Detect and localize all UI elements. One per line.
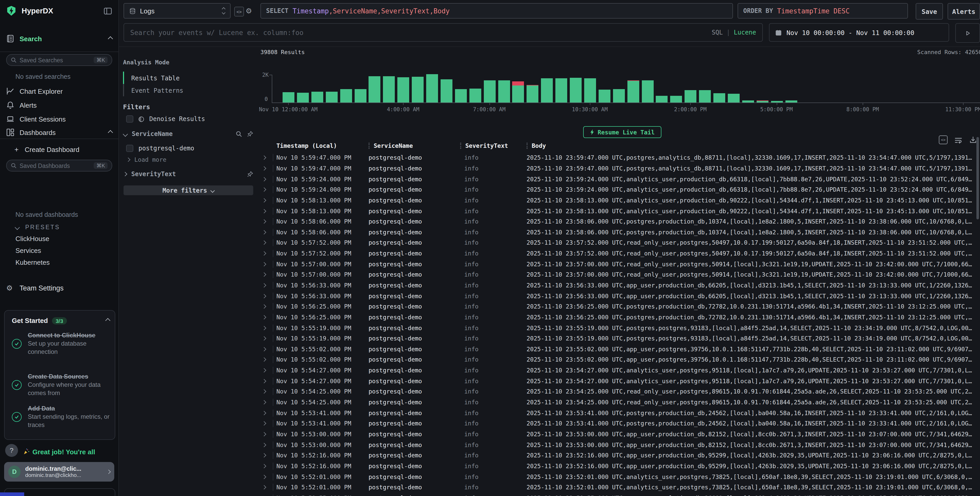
run-query-button[interactable] — [955, 23, 980, 43]
histogram-bar[interactable] — [426, 74, 438, 102]
histogram-bar[interactable] — [412, 77, 423, 102]
histogram-bar[interactable] — [283, 93, 294, 103]
expand-row-icon[interactable] — [262, 432, 266, 436]
histogram-bar[interactable] — [641, 80, 654, 102]
histogram-bar[interactable] — [699, 90, 711, 102]
log-row[interactable]: Nov 10 5:56:25.000 PMpostgresql-demoinfo… — [257, 301, 980, 312]
sidebar-item-client-sessions[interactable]: Client Sessions — [0, 113, 118, 124]
load-more-button[interactable]: Load more — [127, 156, 167, 163]
histogram-bar[interactable] — [397, 77, 409, 102]
column-header-servicename[interactable]: ServiceName — [369, 142, 460, 149]
filter-group-servicename[interactable]: ServiceName — [124, 130, 253, 137]
log-row[interactable]: Nov 10 5:59:47.000 PMpostgresql-demoinfo… — [257, 163, 980, 174]
saved-searches-input[interactable]: Saved Searches ⌘K — [6, 54, 112, 66]
expand-row-icon[interactable] — [262, 230, 266, 234]
expand-row-icon[interactable] — [262, 443, 266, 447]
histogram-bar[interactable] — [728, 94, 740, 102]
expand-row-icon[interactable] — [262, 357, 266, 362]
expand-row-icon[interactable] — [262, 315, 266, 319]
expand-row-icon[interactable] — [262, 198, 266, 203]
histogram-bar[interactable] — [684, 90, 697, 102]
search-input[interactable]: Search your events w/ Lucene ex. column:… — [124, 23, 763, 42]
filter-option-checkbox[interactable] — [126, 145, 133, 152]
expand-row-icon[interactable] — [262, 188, 266, 192]
column-resize-handle[interactable] — [527, 143, 528, 149]
log-row[interactable]: Nov 10 5:56:25.000 PMpostgresql-demoinfo… — [257, 312, 980, 322]
histogram-bar[interactable] — [469, 89, 481, 102]
log-row[interactable]: Nov 10 5:57:52.000 PMpostgresql-demoinfo… — [257, 238, 980, 248]
histogram-bar[interactable] — [340, 89, 352, 102]
expand-row-icon[interactable] — [262, 262, 266, 266]
log-row[interactable]: Nov 10 5:54:25.000 PMpostgresql-demoinfo… — [257, 386, 980, 397]
save-button[interactable]: Save — [916, 3, 943, 19]
user-menu[interactable]: D dominic.tran@clic... dominic.tran@clic… — [4, 462, 114, 482]
search-icon[interactable] — [236, 131, 242, 137]
log-row[interactable]: Nov 10 5:52:01.000 PMpostgresql-demoinfo… — [257, 482, 980, 493]
expand-row-icon[interactable] — [262, 400, 266, 405]
get-started-item[interactable]: Connect to ClickHouseSet up your databas… — [12, 331, 111, 356]
log-row[interactable]: Nov 10 5:52:01.000 PMpostgresql-demoinfo… — [257, 471, 980, 482]
histogram-bar[interactable] — [627, 80, 639, 102]
log-row[interactable]: Nov 10 5:55:19.000 PMpostgresql-demoinfo… — [257, 323, 980, 333]
scrollbar-thumb[interactable] — [977, 137, 979, 219]
filter-option-postgresql-demo[interactable]: postgresql-demo — [126, 145, 194, 152]
log-row[interactable]: Nov 10 5:58:13.000 PMpostgresql-demoinfo… — [257, 206, 980, 216]
log-row[interactable]: Nov 10 5:58:13.000 PMpostgresql-demoinfo… — [257, 195, 980, 206]
histogram-bar[interactable] — [598, 89, 611, 102]
saved-dashboards-input[interactable]: Saved Dashboards ⌘K — [6, 159, 112, 172]
pin-icon[interactable] — [247, 171, 253, 177]
histogram-bar[interactable] — [670, 96, 682, 103]
orderby-input[interactable]: ORDER BY TimestampTime DESC — [738, 3, 908, 19]
log-row[interactable]: Nov 10 5:56:33.000 PMpostgresql-demoinfo… — [257, 291, 980, 301]
histogram-bar[interactable] — [369, 77, 381, 102]
chevron-up-icon[interactable] — [105, 318, 110, 323]
mode-results-table[interactable]: Results Table — [131, 75, 180, 82]
log-row[interactable]: Nov 10 5:57:00.000 PMpostgresql-demoinfo… — [257, 270, 980, 280]
expand-row-icon[interactable] — [262, 389, 266, 394]
expand-row-icon[interactable] — [262, 475, 266, 479]
log-row[interactable]: Nov 10 5:58:06.000 PMpostgresql-demoinfo… — [257, 216, 980, 227]
get-started-item[interactable]: Add DataStart sending logs, metrics, or … — [12, 404, 111, 429]
date-range-picker[interactable]: Nov 10 00:00:00 - Nov 11 00:00:00 — [769, 23, 949, 42]
mode-event-patterns[interactable]: Event Patterns — [131, 87, 183, 94]
sidebar-item-search[interactable]: Search — [0, 33, 118, 44]
resume-live-tail-button[interactable]: Resume Live Tail — [583, 126, 662, 138]
collapse-sidebar-icon[interactable] — [103, 6, 112, 15]
histogram-bar[interactable] — [498, 80, 510, 102]
histogram-bar[interactable] — [527, 85, 539, 102]
histogram-bar[interactable] — [312, 92, 323, 102]
log-row[interactable]: Nov 10 5:55:02.000 PMpostgresql-demoinfo… — [257, 354, 980, 365]
expand-row-icon[interactable] — [262, 379, 266, 383]
histogram-bar[interactable] — [484, 80, 495, 102]
histogram-bar[interactable] — [326, 91, 337, 102]
log-row[interactable]: Nov 10 5:59:47.000 PMpostgresql-demoinfo… — [257, 153, 980, 163]
denoise-checkbox[interactable] — [126, 115, 133, 123]
expand-row-icon[interactable] — [262, 209, 266, 213]
expand-row-icon[interactable] — [262, 453, 266, 458]
log-row[interactable]: Nov 10 5:52:16.000 PMpostgresql-demoinfo… — [257, 450, 980, 461]
log-row[interactable]: Nov 10 5:55:02.000 PMpostgresql-demoinfo… — [257, 344, 980, 354]
get-started-item[interactable]: Create Data SourcesConfigure where your … — [12, 372, 111, 397]
histogram-bar[interactable] — [584, 78, 596, 102]
denoise-results-toggle[interactable]: Denoise Results — [126, 115, 205, 123]
sidebar-item-chart-explorer[interactable]: Chart Explorer — [0, 86, 118, 97]
language-lucene-toggle[interactable]: Lucene — [734, 29, 756, 36]
log-row[interactable]: Nov 10 5:54:25.000 PMpostgresql-demoinfo… — [257, 397, 980, 407]
query-settings-gear-icon[interactable]: ⚙ — [245, 7, 252, 15]
create-dashboard-button[interactable]: + Create Dashboard — [0, 144, 118, 155]
expand-row-icon[interactable] — [262, 485, 266, 490]
histogram-bar[interactable] — [541, 78, 553, 102]
preset-clickhouse[interactable]: ClickHouse — [16, 235, 49, 242]
column-resize-handle[interactable] — [369, 143, 369, 149]
pin-icon[interactable] — [247, 131, 253, 137]
expand-row-icon[interactable] — [262, 294, 266, 298]
expand-row-icon[interactable] — [262, 251, 266, 256]
log-row[interactable]: Nov 10 5:57:52.000 PMpostgresql-demoinfo… — [257, 248, 980, 259]
histogram-bar[interactable] — [441, 79, 452, 102]
expand-row-icon[interactable] — [262, 241, 266, 245]
log-row[interactable]: Nov 10 5:58:06.000 PMpostgresql-demoinfo… — [257, 227, 980, 238]
source-select[interactable]: Logs — [124, 3, 231, 19]
histogram-bar[interactable] — [656, 96, 668, 103]
expand-row-icon[interactable] — [262, 156, 266, 160]
column-header-severitytext[interactable]: SeverityText — [460, 142, 527, 149]
